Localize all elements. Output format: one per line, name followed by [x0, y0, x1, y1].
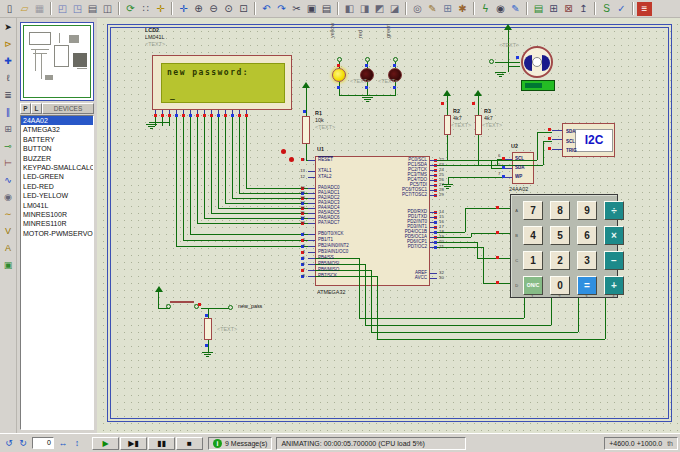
keypad-key-2[interactable]: 2 — [550, 251, 570, 270]
keypad-key-1[interactable]: 1 — [523, 251, 543, 270]
keypad-key-0[interactable]: 0 — [550, 276, 570, 295]
i2c-debugger[interactable]: I2C SDASCLTRIG — [562, 123, 615, 157]
goto-sheet-button[interactable]: ↥ — [576, 2, 591, 16]
new-sheet-button[interactable]: ⊞ — [546, 2, 561, 16]
device-item-led-red[interactable]: LED-RED — [21, 182, 93, 191]
lcd-display-lm041l[interactable]: new password: _ — [152, 55, 292, 110]
play-button[interactable]: ▶ — [92, 437, 119, 450]
tape-recorder-mode-button[interactable]: ◉ — [1, 190, 16, 205]
schematic-canvas[interactable]: new password: _ I2C SDASCLTRIG 789÷A456×… — [97, 18, 680, 433]
keypad-key-÷[interactable]: ÷ — [604, 201, 624, 220]
zoom-all-button[interactable]: ⊙ — [221, 2, 236, 16]
calculator-keypad[interactable]: 789÷A456×B123−CON/C0=+D1234 — [510, 194, 618, 298]
wire-autorouter-button[interactable]: ϟ — [478, 2, 493, 16]
graph-mode-button[interactable]: ∿ — [1, 173, 16, 188]
new-file-button[interactable]: ▯ — [2, 2, 17, 16]
component-mode-button[interactable]: ⊳ — [1, 37, 16, 52]
toggle-grid-button[interactable]: ∷ — [138, 2, 153, 16]
device-item-24aa02[interactable]: 24AA02 — [21, 116, 93, 125]
library-button[interactable]: L — [31, 103, 42, 114]
zoom-out-button[interactable]: ⊖ — [206, 2, 221, 16]
terminal-mode-button[interactable]: ⊸ — [1, 139, 16, 154]
current-probe-mode-button[interactable]: A — [1, 241, 16, 256]
keypad-key-6[interactable]: 6 — [577, 226, 597, 245]
subcircuit-mode-button[interactable]: ⊞ — [1, 122, 16, 137]
mark-output-area-button[interactable]: ◫ — [100, 2, 115, 16]
open-file-button[interactable]: ▱ — [17, 2, 32, 16]
packaging-tool-button[interactable]: ⊞ — [440, 2, 455, 16]
junction-dot-mode-button[interactable]: ✚ — [1, 54, 16, 69]
schematic-overview-preview[interactable] — [20, 22, 94, 101]
netlist-to-ares-button[interactable]: ≡ — [637, 2, 652, 16]
keypad-key-9[interactable]: 9 — [577, 201, 597, 220]
import-section-button[interactable]: ◰ — [55, 2, 70, 16]
generator-mode-button[interactable]: ∼ — [1, 207, 16, 222]
keypad-key-ON/C[interactable]: ON/C — [523, 276, 543, 295]
print-button[interactable]: ▤ — [85, 2, 100, 16]
redo-button[interactable]: ↷ — [274, 2, 289, 16]
bill-of-materials-button[interactable]: S — [599, 2, 614, 16]
resistor-r2[interactable] — [444, 115, 451, 135]
electrical-check-button[interactable]: ✓ — [614, 2, 629, 16]
device-item-battery[interactable]: BATTERY — [21, 135, 93, 144]
decompose-button[interactable]: ✱ — [455, 2, 470, 16]
device-item-minres100r[interactable]: MINRES100R — [21, 210, 93, 219]
block-rotate-button[interactable]: ◩ — [372, 2, 387, 16]
search-tag-button[interactable]: ◉ — [493, 2, 508, 16]
flip-vertical-button[interactable]: ↕ — [70, 437, 84, 450]
text-script-mode-button[interactable]: ≣ — [1, 88, 16, 103]
pan-button[interactable]: ✛ — [176, 2, 191, 16]
keypad-key-−[interactable]: − — [604, 251, 624, 270]
copy-button[interactable]: ▣ — [304, 2, 319, 16]
zoom-area-button[interactable]: ⊡ — [236, 2, 251, 16]
keypad-key-+[interactable]: + — [604, 276, 624, 295]
rotate-acw-button[interactable]: ↺ — [2, 437, 16, 450]
resistor-r3[interactable] — [475, 115, 482, 135]
device-item-atmega32[interactable]: ATMEGA32 — [21, 125, 93, 134]
keypad-key-7[interactable]: 7 — [523, 201, 543, 220]
save-file-button[interactable]: ▦ — [32, 2, 47, 16]
rotation-angle-box[interactable]: 0 — [32, 437, 54, 449]
make-device-button[interactable]: ✎ — [425, 2, 440, 16]
block-move-button[interactable]: ◨ — [357, 2, 372, 16]
keypad-key-8[interactable]: 8 — [550, 201, 570, 220]
paste-button[interactable]: ▤ — [319, 2, 334, 16]
origin-button[interactable]: ✛ — [153, 2, 168, 16]
device-item-buzzer[interactable]: BUZZER — [21, 154, 93, 163]
device-item-led-green[interactable]: LED-GREEN — [21, 172, 93, 181]
device-list[interactable]: 24AA02ATMEGA32BATTERYBUTTONBUZZERKEYPAD-… — [20, 115, 94, 430]
stop-button[interactable]: ■ — [176, 437, 203, 450]
device-item-keypad-smallcalc[interactable]: KEYPAD-SMALLCALC — [21, 163, 93, 172]
device-item-motor-pwmservo[interactable]: MOTOR-PWMSERVO — [21, 229, 93, 238]
keypad-key-=[interactable]: = — [577, 276, 597, 295]
redraw-button[interactable]: ⟳ — [123, 2, 138, 16]
servo-motor[interactable] — [521, 46, 553, 78]
keypad-key-×[interactable]: × — [604, 226, 624, 245]
design-explorer-button[interactable]: ▤ — [531, 2, 546, 16]
wire-label-mode-button[interactable]: ℓ — [1, 71, 16, 86]
device-item-lm041l[interactable]: LM041L — [21, 201, 93, 210]
virtual-instruments-button[interactable]: ▣ — [1, 258, 16, 273]
remove-sheet-button[interactable]: ⊠ — [561, 2, 576, 16]
pick-device-button[interactable]: ◎ — [410, 2, 425, 16]
flip-horizontal-button[interactable]: ↔ — [56, 437, 70, 450]
step-button[interactable]: ▶▮ — [120, 437, 147, 450]
selection-mode-button[interactable]: ➤ — [1, 20, 16, 35]
bus-mode-button[interactable]: ∥ — [1, 105, 16, 120]
pick-parts-button[interactable]: P — [20, 103, 31, 114]
pause-button[interactable]: ▮▮ — [148, 437, 175, 450]
pulldown-resistor[interactable] — [204, 318, 212, 340]
device-item-led-yellow[interactable]: LED-YELLOW — [21, 191, 93, 200]
block-copy-button[interactable]: ◧ — [342, 2, 357, 16]
block-delete-button[interactable]: ◪ — [387, 2, 402, 16]
property-assignment-button[interactable]: ✎ — [508, 2, 523, 16]
led-yellow[interactable] — [332, 68, 346, 82]
keypad-key-3[interactable]: 3 — [577, 251, 597, 270]
device-item-minres110r[interactable]: MINRES110R — [21, 219, 93, 228]
message-panel[interactable]: i 9 Message(s) — [208, 437, 272, 450]
undo-button[interactable]: ↶ — [259, 2, 274, 16]
device-item-button[interactable]: BUTTON — [21, 144, 93, 153]
keypad-key-5[interactable]: 5 — [550, 226, 570, 245]
export-section-button[interactable]: ◳ — [70, 2, 85, 16]
zoom-in-button[interactable]: ⊕ — [191, 2, 206, 16]
